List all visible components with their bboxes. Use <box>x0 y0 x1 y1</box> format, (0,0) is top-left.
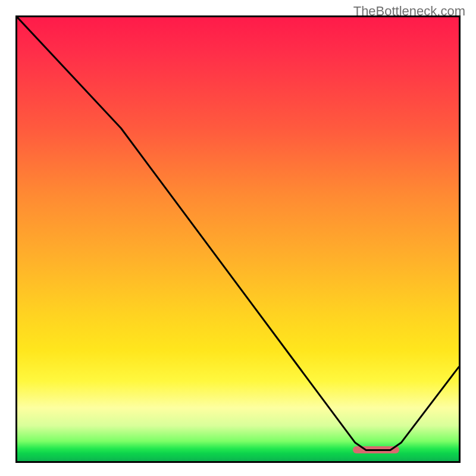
chart-container: TheBottleneck.com <box>0 0 476 476</box>
plot-area <box>15 15 461 463</box>
bottleneck-curve <box>17 17 459 450</box>
watermark-text: TheBottleneck.com <box>353 4 465 19</box>
curve-layer <box>17 17 459 461</box>
